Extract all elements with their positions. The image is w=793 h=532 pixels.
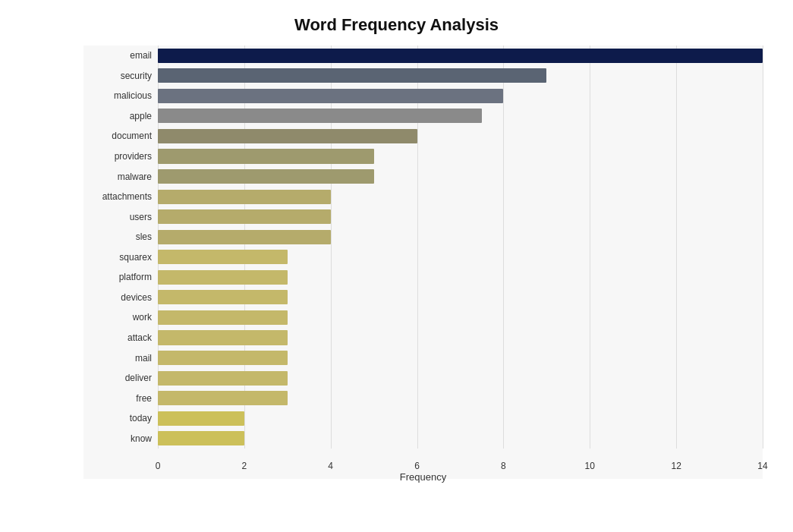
bar-row: providers — [83, 146, 763, 167]
bars-area: emailsecuritymaliciousappledocumentprovi… — [83, 46, 763, 449]
bar-label: deliver — [83, 373, 158, 383]
bar — [158, 209, 331, 224]
bar-label: attack — [83, 332, 158, 343]
bar-row: platform — [83, 267, 763, 288]
bar-row: work — [83, 307, 763, 328]
bar-label: apple — [83, 111, 158, 121]
bar-row: free — [83, 388, 763, 408]
bar-label: squarex — [83, 252, 158, 263]
chart-title: Word Frequency Analysis — [30, 15, 763, 35]
x-tick: 2 — [242, 461, 247, 471]
bar-label: mail — [83, 353, 158, 364]
x-tick: 8 — [501, 461, 506, 471]
bar-row: malware — [83, 166, 763, 187]
bar-label: platform — [83, 272, 158, 282]
bar — [158, 230, 331, 244]
bar — [158, 270, 288, 285]
bar-label: attachments — [83, 191, 158, 202]
bar-label: email — [83, 50, 158, 61]
x-tick: 0 — [156, 461, 161, 471]
grid-line — [763, 46, 763, 449]
bar-label: sles — [83, 231, 158, 242]
x-tick: 12 — [671, 461, 681, 471]
bar-row: attachments — [83, 187, 763, 207]
bar-label: malicious — [83, 90, 158, 101]
bar-label: today — [83, 413, 158, 423]
bar-label: work — [83, 312, 158, 323]
bar-row: apple — [83, 106, 763, 127]
bar-row: devices — [83, 288, 763, 308]
bar — [158, 330, 288, 345]
bar-row: mail — [83, 348, 763, 368]
bar — [158, 351, 288, 365]
bar-label: malware — [83, 172, 158, 182]
bar — [158, 89, 503, 103]
bar-row: email — [83, 46, 763, 66]
bar — [158, 310, 288, 325]
bar-row: malicious — [83, 86, 763, 106]
bar — [158, 391, 288, 405]
bar — [158, 431, 244, 445]
bar-row: document — [83, 126, 763, 146]
bar — [158, 49, 763, 63]
bar-label: know — [83, 433, 158, 444]
bar-row: today — [83, 408, 763, 429]
bar-row: know — [83, 428, 763, 449]
bar — [158, 411, 244, 426]
bar-label: security — [83, 71, 158, 81]
bar-label: users — [83, 212, 158, 222]
x-tick: 4 — [328, 461, 333, 471]
bar-row: attack — [83, 328, 763, 348]
x-tick: 14 — [757, 461, 767, 471]
chart-container: Word Frequency Analysis emailsecuritymal… — [0, 0, 793, 532]
bar — [158, 169, 374, 184]
bar-row: sles — [83, 227, 763, 247]
bar — [158, 190, 331, 204]
bar-row: security — [83, 66, 763, 87]
bar-label: devices — [83, 292, 158, 303]
bar — [158, 250, 288, 264]
x-tick: 6 — [414, 461, 420, 471]
bar-label: free — [83, 393, 158, 404]
bar-row: deliver — [83, 368, 763, 389]
bar — [158, 68, 546, 83]
bar-label: document — [83, 131, 158, 141]
bar-row: users — [83, 206, 763, 227]
bar-label: providers — [83, 151, 158, 162]
x-axis-title: Frequency — [83, 471, 763, 483]
x-axis: 02468101214 — [83, 456, 763, 471]
bar — [158, 149, 374, 163]
bar — [158, 290, 288, 304]
bar-row: squarex — [83, 247, 763, 268]
bar — [158, 129, 417, 143]
bar — [158, 109, 482, 123]
x-tick: 10 — [585, 461, 595, 471]
bar — [158, 371, 288, 386]
